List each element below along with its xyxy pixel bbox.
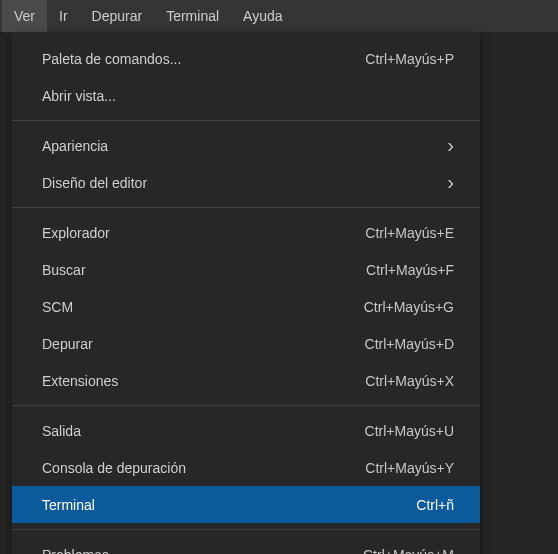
menu-item-abrir-vista[interactable]: Abrir vista... bbox=[12, 77, 480, 114]
menu-item-consola-de-depuración[interactable]: Consola de depuraciónCtrl+Mayús+Y bbox=[12, 449, 480, 486]
menu-item-shortcut: Ctrl+Mayús+G bbox=[364, 299, 454, 315]
menubar-item-ayuda[interactable]: Ayuda bbox=[231, 0, 294, 32]
menu-item-label: Extensiones bbox=[42, 373, 118, 389]
menubar-item-ir[interactable]: Ir bbox=[47, 0, 80, 32]
menu-item-label: Consola de depuración bbox=[42, 460, 186, 476]
menubar-item-depurar[interactable]: Depurar bbox=[80, 0, 155, 32]
menu-item-label: Problemas bbox=[42, 547, 109, 555]
menubar-item-label: Terminal bbox=[166, 8, 219, 24]
menu-item-label: Abrir vista... bbox=[42, 88, 116, 104]
menu-item-diseño-del-editor[interactable]: Diseño del editor› bbox=[12, 164, 480, 201]
menu-item-label: Salida bbox=[42, 423, 81, 439]
menu-item-shortcut: Ctrl+Mayús+F bbox=[366, 262, 454, 278]
menu-item-shortcut: Ctrl+Mayús+E bbox=[365, 225, 454, 241]
menubar-item-terminal[interactable]: Terminal bbox=[154, 0, 231, 32]
menubar-item-label: Depurar bbox=[92, 8, 143, 24]
menu-item-shortcut: Ctrl+Mayús+M bbox=[363, 547, 454, 555]
menubar-item-label: Ayuda bbox=[243, 8, 282, 24]
menu-item-shortcut: Ctrl+Mayús+X bbox=[365, 373, 454, 389]
menu-item-scm[interactable]: SCMCtrl+Mayús+G bbox=[12, 288, 480, 325]
menubar-item-label: Ir bbox=[59, 8, 68, 24]
menu-item-label: Explorador bbox=[42, 225, 110, 241]
menu-separator bbox=[12, 120, 480, 121]
view-dropdown-menu: Paleta de comandos...Ctrl+Mayús+PAbrir v… bbox=[12, 32, 480, 554]
menu-separator bbox=[12, 207, 480, 208]
menu-item-label: Paleta de comandos... bbox=[42, 51, 181, 67]
menu-item-paleta-de-comandos[interactable]: Paleta de comandos...Ctrl+Mayús+P bbox=[12, 40, 480, 77]
menu-item-salida[interactable]: SalidaCtrl+Mayús+U bbox=[12, 412, 480, 449]
menu-item-problemas[interactable]: ProblemasCtrl+Mayús+M bbox=[12, 536, 480, 554]
menu-item-apariencia[interactable]: Apariencia› bbox=[12, 127, 480, 164]
menubar-item-label: Ver bbox=[14, 8, 35, 24]
menu-item-buscar[interactable]: BuscarCtrl+Mayús+F bbox=[12, 251, 480, 288]
menu-item-label: Diseño del editor bbox=[42, 175, 147, 191]
menu-item-shortcut: Ctrl+ñ bbox=[416, 497, 454, 513]
menu-item-label: Buscar bbox=[42, 262, 86, 278]
menu-item-shortcut: Ctrl+Mayús+Y bbox=[365, 460, 454, 476]
menu-item-depurar[interactable]: DepurarCtrl+Mayús+D bbox=[12, 325, 480, 362]
menu-item-label: SCM bbox=[42, 299, 73, 315]
menubar: VerIrDepurarTerminalAyuda bbox=[0, 0, 558, 32]
chevron-right-icon: › bbox=[447, 171, 454, 194]
menu-item-label: Apariencia bbox=[42, 138, 108, 154]
menu-separator bbox=[12, 529, 480, 530]
menu-item-shortcut: Ctrl+Mayús+D bbox=[365, 336, 454, 352]
chevron-right-icon: › bbox=[447, 134, 454, 157]
menu-item-label: Terminal bbox=[42, 497, 95, 513]
menu-item-extensiones[interactable]: ExtensionesCtrl+Mayús+X bbox=[12, 362, 480, 399]
menu-item-explorador[interactable]: ExploradorCtrl+Mayús+E bbox=[12, 214, 480, 251]
menubar-item-ver[interactable]: Ver bbox=[2, 0, 47, 32]
menu-item-shortcut: Ctrl+Mayús+U bbox=[365, 423, 454, 439]
menu-separator bbox=[12, 405, 480, 406]
menu-item-label: Depurar bbox=[42, 336, 93, 352]
menu-item-terminal[interactable]: TerminalCtrl+ñ bbox=[12, 486, 480, 523]
menu-item-shortcut: Ctrl+Mayús+P bbox=[365, 51, 454, 67]
